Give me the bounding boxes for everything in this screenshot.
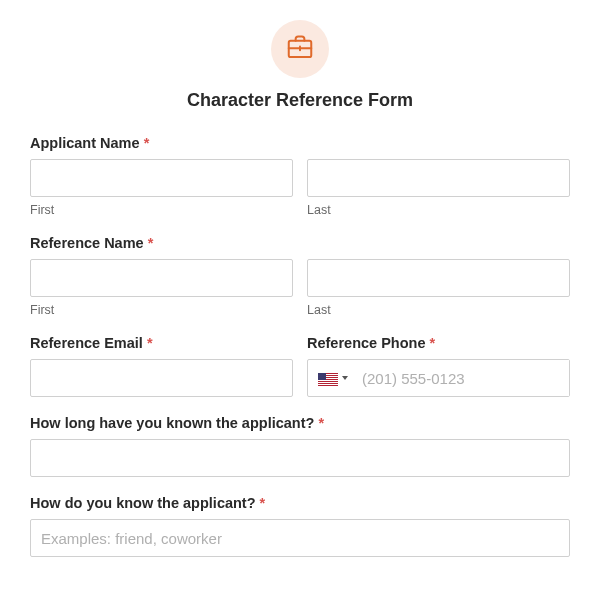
how-long-group: How long have you known the applicant? * [30,415,570,477]
required-mark: * [318,415,324,431]
reference-last-input[interactable] [307,259,570,297]
us-flag-icon [318,372,338,385]
label-text: Reference Phone [307,335,425,351]
applicant-last-input[interactable] [307,159,570,197]
how-know-label: How do you know the applicant? * [30,495,570,511]
label-text: How long have you known the applicant? [30,415,314,431]
reference-last-sublabel: Last [307,303,570,317]
how-know-group: How do you know the applicant? * [30,495,570,557]
reference-email-label: Reference Email * [30,335,293,351]
label-text: Applicant Name [30,135,140,151]
applicant-name-group: Applicant Name * First Last [30,135,570,217]
chevron-down-icon [342,376,348,380]
country-selector[interactable] [308,360,356,396]
required-mark: * [147,335,153,351]
how-know-input[interactable] [30,519,570,557]
required-mark: * [148,235,154,251]
reference-first-input[interactable] [30,259,293,297]
reference-name-group: Reference Name * First Last [30,235,570,317]
required-mark: * [260,495,266,511]
reference-phone-input[interactable] [356,360,569,396]
svg-rect-8 [318,382,338,383]
required-mark: * [144,135,150,151]
applicant-first-input[interactable] [30,159,293,197]
briefcase-icon [285,32,315,66]
label-text: Reference Name [30,235,144,251]
reference-email-input[interactable] [30,359,293,397]
form-title: Character Reference Form [30,90,570,111]
label-text: How do you know the applicant? [30,495,256,511]
reference-first-sublabel: First [30,303,293,317]
applicant-first-sublabel: First [30,203,293,217]
how-long-label: How long have you known the applicant? * [30,415,570,431]
reference-name-label: Reference Name * [30,235,570,251]
how-long-input[interactable] [30,439,570,477]
svg-rect-7 [318,380,338,381]
form-header: Character Reference Form [30,20,570,111]
header-icon-circle [271,20,329,78]
phone-input-wrap [307,359,570,397]
svg-rect-10 [318,373,326,380]
svg-rect-9 [318,384,338,385]
required-mark: * [430,335,436,351]
reference-phone-label: Reference Phone * [307,335,570,351]
applicant-last-sublabel: Last [307,203,570,217]
email-phone-row: Reference Email * Reference Phone * [30,335,570,397]
label-text: Reference Email [30,335,143,351]
applicant-name-label: Applicant Name * [30,135,570,151]
